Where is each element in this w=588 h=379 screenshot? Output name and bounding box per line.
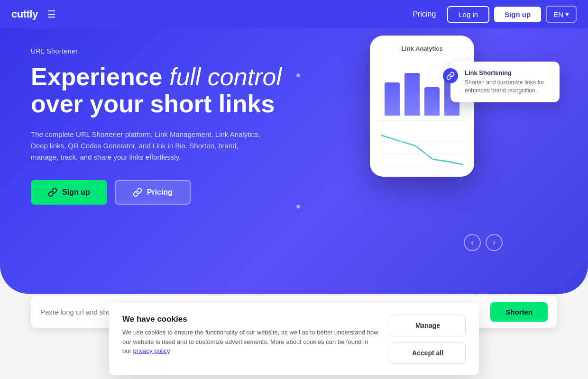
bar-2 [404, 73, 420, 116]
phone-screen: Link Analytics [370, 36, 474, 177]
hero-subtitle: URL Shortener [31, 47, 296, 55]
decoration-dot-1 [296, 73, 300, 77]
language-selector[interactable]: EN ▾ [546, 6, 577, 23]
hero-buttons: Sign up Pricing [31, 180, 296, 205]
link-icon-signup [48, 188, 57, 197]
cookie-buttons: Manage Accept all [390, 315, 466, 364]
cookie-text: We have cookies We use cookies to ensure… [122, 315, 378, 356]
logo[interactable]: cuttly [11, 8, 38, 20]
nav-pricing-link[interactable]: Pricing [413, 10, 436, 18]
phone-mockup: Link Analytics [370, 36, 484, 177]
floating-card: Link Shortening Shorten and customize li… [450, 62, 560, 102]
chart-title: Link Analytics [377, 45, 467, 52]
link-shortening-icon [443, 68, 458, 83]
signup-nav-button[interactable]: Sign up [494, 7, 541, 22]
hero-description: The complete URL Shortener platform, Lin… [31, 129, 268, 163]
navbar: cuttly ☰ Pricing Log in Sign up EN ▾ [0, 0, 588, 28]
line-chart [377, 125, 467, 167]
signup-hero-button[interactable]: Sign up [31, 180, 107, 205]
carousel-prev-button[interactable]: ‹ [464, 234, 481, 251]
bar-1 [385, 82, 400, 116]
pricing-hero-button[interactable]: Pricing [115, 180, 191, 205]
cookie-title: We have cookies [122, 315, 378, 324]
manage-cookies-button[interactable]: Manage [390, 315, 466, 336]
carousel-controls: ‹ › [464, 234, 503, 251]
hero-title-italic: full control [169, 63, 282, 90]
hero-content: URL Shortener Experience full control ov… [31, 47, 296, 205]
cookie-description: We use cookies to ensure the functionali… [122, 328, 378, 356]
hero-title-normal: Experience [31, 63, 169, 90]
accept-all-button[interactable]: Accept all [390, 342, 466, 364]
pricing-hero-label: Pricing [147, 188, 173, 197]
chart-divider [377, 120, 467, 121]
floating-card-description: Shorten and customize links for enhanced… [465, 79, 551, 95]
decoration-dot-2 [296, 205, 300, 208]
hero-title: Experience full control over your short … [31, 63, 296, 117]
login-button[interactable]: Log in [447, 6, 489, 23]
floating-card-title: Link Shortening [465, 69, 551, 76]
signup-hero-label: Sign up [62, 188, 90, 197]
hamburger-icon[interactable]: ☰ [47, 9, 56, 20]
bar-3 [424, 87, 440, 116]
carousel-next-button[interactable]: › [486, 234, 503, 251]
chevron-down-icon: ▾ [565, 10, 569, 18]
privacy-policy-link[interactable]: privacy policy [133, 347, 170, 354]
link-icon-pricing [133, 188, 142, 197]
hero-section: cuttly ☰ Pricing Log in Sign up EN ▾ URL… [0, 0, 588, 294]
hero-title-rest: over your short links [31, 90, 275, 117]
lang-label: EN [553, 10, 563, 18]
shorten-button[interactable]: Shorten [490, 302, 548, 322]
cookie-banner: We have cookies We use cookies to ensure… [109, 303, 479, 375]
